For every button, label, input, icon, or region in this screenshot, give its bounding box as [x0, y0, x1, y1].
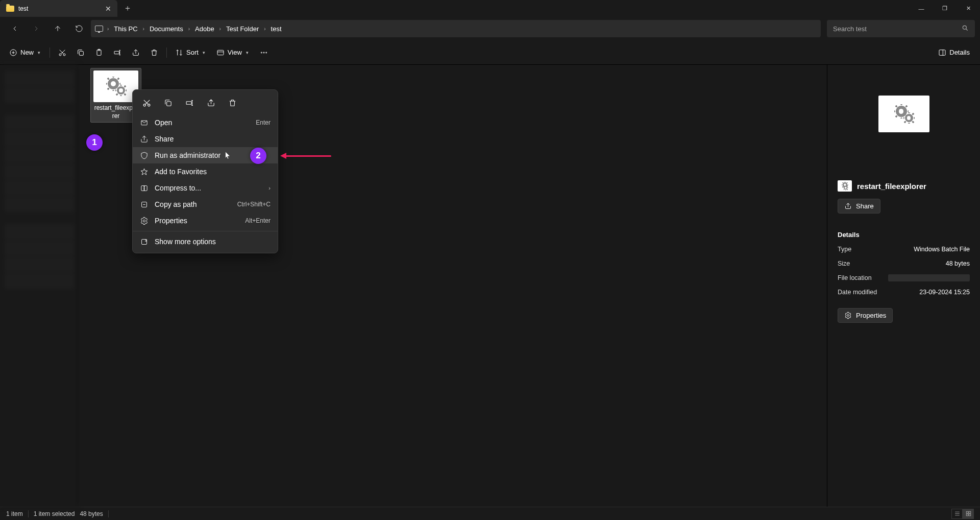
share-icon [140, 135, 149, 144]
address-bar[interactable]: › This PC › Documents › Adobe › Test Fol… [91, 20, 821, 37]
up-button[interactable] [48, 20, 67, 37]
more-button[interactable] [256, 44, 272, 61]
new-button[interactable]: New ▾ [5, 44, 45, 61]
annotation-arrow [284, 155, 331, 157]
share-button[interactable] [128, 44, 144, 61]
back-button[interactable] [5, 20, 24, 37]
ctx-delete-button[interactable] [224, 95, 241, 110]
status-item-count: 1 item [6, 510, 23, 517]
ctx-share-button[interactable] [202, 95, 219, 110]
svg-point-10 [263, 52, 264, 53]
ctx-share[interactable]: Share [133, 131, 278, 147]
pc-icon [95, 26, 103, 32]
svg-point-9 [261, 52, 262, 53]
tab-label: test [18, 5, 101, 12]
svg-point-11 [265, 52, 266, 53]
svg-point-20 [143, 220, 145, 222]
svg-rect-23 [966, 511, 968, 513]
ctx-copy-button[interactable] [159, 95, 177, 110]
breadcrumb-current[interactable]: test [268, 25, 817, 33]
sort-button[interactable]: Sort ▾ [171, 44, 210, 61]
file-list[interactable]: restart_fileexplorer 1 Open Enter Share [79, 65, 827, 507]
ctx-copy-path[interactable]: Copy as path Ctrl+Shift+C [133, 196, 278, 212]
search-box[interactable]: Search test [827, 20, 975, 37]
navigation-sidebar[interactable] [0, 65, 79, 507]
svg-rect-12 [939, 50, 945, 55]
svg-rect-24 [969, 511, 971, 513]
details-row-location: File location [838, 274, 970, 281]
cut-button[interactable] [54, 44, 70, 61]
redacted-path [888, 274, 970, 281]
search-icon [962, 25, 969, 33]
refresh-button[interactable] [69, 20, 89, 37]
maximize-button[interactable]: ❐ [933, 0, 957, 17]
details-properties-button[interactable]: Properties [838, 308, 893, 323]
paste-button[interactable] [91, 44, 107, 61]
breadcrumb-documents[interactable]: Documents [146, 25, 186, 33]
view-list-button[interactable] [951, 509, 963, 519]
window-tab[interactable]: test ✕ [0, 0, 117, 17]
ctx-rename-button[interactable] [181, 95, 198, 110]
svg-rect-26 [969, 514, 971, 516]
forward-button[interactable] [27, 20, 46, 37]
details-share-button[interactable]: Share [838, 199, 880, 214]
svg-point-13 [143, 104, 145, 106]
ctx-properties[interactable]: Properties Alt+Enter [133, 212, 278, 229]
more-icon [140, 238, 149, 246]
navigation-bar: › This PC › Documents › Adobe › Test Fol… [0, 17, 980, 40]
details-row-size: Size48 bytes [838, 260, 970, 267]
status-bar: 1 item 1 item selected 48 bytes [0, 507, 980, 520]
svg-rect-16 [186, 101, 191, 104]
chevron-down-icon: ▾ [203, 50, 205, 55]
shield-icon [140, 151, 149, 160]
rename-button[interactable] [109, 44, 126, 61]
file-thumbnail [93, 70, 138, 102]
main-area: restart_fileexplorer 1 Open Enter Share [0, 65, 980, 507]
new-tab-button[interactable]: ＋ [117, 0, 138, 17]
context-quick-actions [133, 93, 278, 114]
details-toggle-button[interactable]: Details [934, 44, 975, 61]
search-placeholder: Search test [833, 25, 867, 33]
view-mode-toggle [951, 509, 974, 519]
zip-icon [140, 184, 149, 193]
svg-point-22 [847, 315, 849, 317]
details-section-header: Details [838, 231, 970, 239]
annotation-badge-1: 1 [86, 134, 103, 151]
ctx-add-favorites[interactable]: Add to Favorites [133, 163, 278, 180]
chevron-right-icon: › [268, 185, 271, 191]
details-mini-icon [838, 180, 852, 192]
breadcrumb-adobe[interactable]: Adobe [192, 25, 217, 33]
breadcrumb-this-pc[interactable]: This PC [111, 25, 140, 33]
details-file-title: restart_fileexplorer [838, 180, 970, 192]
properties-icon [140, 217, 149, 225]
status-size: 48 bytes [80, 510, 103, 517]
ctx-compress[interactable]: Compress to... › [133, 180, 278, 196]
view-grid-button[interactable] [963, 509, 974, 519]
tab-close-button[interactable]: ✕ [105, 5, 111, 13]
star-icon [140, 168, 149, 176]
copy-button[interactable] [72, 44, 89, 61]
details-pane: restart_fileexplorer Share Details TypeW… [827, 65, 980, 507]
open-icon [140, 119, 149, 127]
svg-rect-4 [79, 51, 83, 55]
cursor-pointer-icon [225, 152, 231, 162]
close-window-button[interactable]: ✕ [957, 0, 980, 17]
svg-rect-7 [114, 51, 119, 54]
minimize-button[interactable]: — [910, 0, 933, 17]
annotation-badge-2: 2 [250, 148, 266, 164]
ctx-open[interactable]: Open Enter [133, 114, 278, 131]
view-button[interactable]: View ▾ [212, 44, 254, 61]
breadcrumb-test-folder[interactable]: Test Folder [223, 25, 262, 33]
copy-path-icon [140, 200, 149, 209]
svg-point-14 [148, 104, 150, 106]
delete-button[interactable] [146, 44, 162, 61]
ctx-cut-button[interactable] [138, 95, 155, 110]
svg-point-0 [963, 26, 966, 29]
details-row-modified: Date modified23-09-2024 15:25 [838, 289, 970, 296]
title-bar: test ✕ ＋ — ❐ ✕ [0, 0, 980, 17]
folder-icon [6, 6, 14, 12]
ctx-show-more[interactable]: Show more options [133, 233, 278, 250]
status-selected: 1 item selected [34, 510, 75, 517]
svg-point-3 [63, 54, 65, 56]
details-preview-thumbnail [878, 96, 929, 132]
